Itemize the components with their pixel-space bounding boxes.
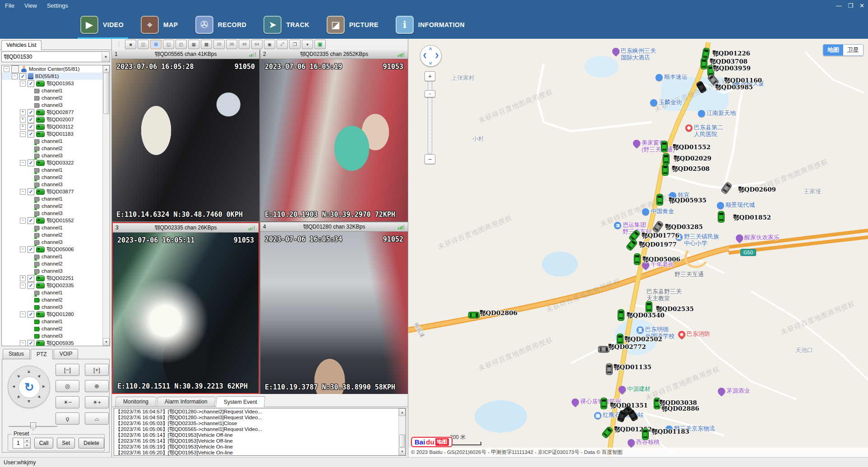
checkbox-checked[interactable]: ✓ (28, 275, 34, 282)
pan-right-icon[interactable]: ❯ (435, 52, 439, 58)
video-panel-3[interactable]: 3鄂QD02335 chan 26KBps2023-07-06 16:05:11… (112, 222, 259, 394)
checkbox-checked[interactable]: ✓ (28, 217, 34, 224)
map-pan-control[interactable]: ˄ ˅ ❮ ❯ (420, 45, 442, 67)
vehicle-search-combobox[interactable]: 鄂QD01530 ▼ (1, 51, 110, 62)
tree-channel-row[interactable]: channel2 (2, 325, 103, 332)
vehicle-marker[interactable] (701, 58, 707, 69)
tree-channel-row[interactable]: channel1 (2, 253, 103, 260)
tab-status[interactable]: Status (3, 349, 30, 359)
layout-9-button[interactable]: ▦ (188, 40, 199, 49)
collapse-icon[interactable]: − (20, 311, 26, 317)
tree-scroll-thumb[interactable] (103, 73, 109, 114)
vehicle-marker[interactable] (718, 211, 725, 223)
map-type-satellite-button[interactable]: 卫星 (843, 45, 863, 55)
vehicle-marker[interactable] (606, 363, 613, 375)
vehicle-marker[interactable] (634, 253, 641, 265)
ptz-arrow-icon[interactable]: ▲ (37, 394, 43, 401)
tree-channel-row[interactable]: channel1 (2, 318, 103, 325)
ptz-arrow-icon[interactable]: ▲ (15, 394, 22, 401)
pan-up-icon[interactable]: ˄ (429, 46, 432, 51)
collapse-icon[interactable]: − (20, 283, 26, 288)
tree-vehicle-row[interactable]: −✓鄂QD01552 (2, 217, 103, 224)
close-button[interactable]: ✕ (859, 2, 864, 9)
checkbox-checked[interactable]: ✓ (28, 109, 34, 116)
wiper-button[interactable]: ⌓ (85, 412, 109, 425)
layout-36-button[interactable]: 36 (226, 40, 237, 49)
tree-channel-row[interactable]: channel1 (2, 137, 103, 145)
vehicle-marker[interactable] (618, 309, 624, 321)
collapse-icon[interactable]: − (20, 218, 26, 224)
vehicle-marker[interactable] (468, 312, 480, 319)
layout-6-button[interactable]: ◱ (163, 40, 174, 49)
tree-vehicle-row[interactable]: −✓鄂QD01183 (2, 130, 103, 137)
vehicle-marker[interactable] (600, 398, 607, 409)
video-panel-2[interactable]: 2鄂QD02335 chan 2652KBps2023-07-06 16:05:… (260, 50, 408, 221)
tree-vehicle-row[interactable]: −✓鄂QD01953 (2, 80, 103, 87)
tab-vehicles-list[interactable]: Vehicles List (1, 40, 42, 50)
checkbox-unchecked[interactable] (11, 65, 19, 73)
spinner-up-icon[interactable]: ▲ (24, 438, 30, 443)
zoom-slider-thumb[interactable]: − (425, 90, 435, 97)
pan-down-icon[interactable]: ˅ (429, 60, 432, 66)
nav-tab-picture[interactable]: ◪PICTURE (327, 16, 379, 34)
video-panel-1[interactable]: 1鄂QD05565 chan 41KBps2023-07-06 16:05:28… (112, 50, 259, 221)
spinner-down-icon[interactable]: ▼ (24, 443, 30, 448)
tab-ptz[interactable]: PTZ (31, 349, 53, 359)
layout-25-button[interactable]: 25 (213, 40, 225, 49)
tree-channel-row[interactable]: channel2 (2, 260, 103, 267)
nav-tab-track[interactable]: ➤TRACK (263, 16, 309, 34)
tree-scrollbar[interactable]: ▲ ▼ (102, 65, 110, 346)
tree-channel-row[interactable]: channel1 (2, 195, 103, 202)
tree-vehicle-row[interactable]: −✓鄂QD03877 (2, 188, 103, 195)
ptz-arrow-icon[interactable]: ▲ (15, 372, 22, 379)
checkbox-checked[interactable]: ✓ (28, 311, 34, 318)
checkbox-checked[interactable]: ✓ (28, 131, 34, 137)
maximize-button[interactable]: ❒ (848, 2, 853, 9)
tree-channel-row[interactable]: channel2 (2, 202, 103, 210)
tree-vehicle-row[interactable]: +✓鄂QD02877 (2, 109, 103, 116)
delete-button[interactable]: Delete (78, 438, 104, 449)
expand-icon[interactable]: + (20, 110, 26, 115)
pan-left-icon[interactable]: ❮ (423, 52, 427, 58)
brightness-down-button[interactable]: ☀− (55, 396, 79, 408)
menu-item-file[interactable]: File (0, 1, 19, 10)
menu-item-settings[interactable]: Settings (42, 1, 73, 10)
tree-vehicle-row[interactable]: +✓鄂QD02251 (2, 275, 103, 282)
vehicle-marker[interactable] (661, 141, 668, 152)
tree-channel-row[interactable]: channel2 (2, 145, 103, 152)
tree-channel-row[interactable]: channel3 (2, 101, 103, 109)
video-panel-4[interactable]: 4鄂QD01280 chan 32KBps2023-07-06 16:05:34… (260, 222, 408, 394)
checkbox-checked[interactable]: ✓ (28, 340, 34, 346)
zoom-out-button[interactable]: − (425, 154, 435, 164)
tree-channel-row[interactable]: channel3 (2, 238, 103, 246)
more-dropdown-button[interactable]: ▾ (302, 40, 313, 49)
slider-thumb[interactable] (30, 422, 36, 431)
tree-vehicle-row[interactable]: −✓鄂QD05006 (2, 246, 103, 253)
expand-icon[interactable]: + (20, 124, 26, 130)
checkbox-checked[interactable]: ✓ (19, 73, 26, 80)
ptz-auto-scan-button[interactable]: ↻ (18, 376, 40, 398)
light-button[interactable]: ϙ (55, 412, 79, 425)
layout-8-button[interactable]: ◰ (175, 40, 187, 49)
preset-number-spinner[interactable]: 1 ▲▼ (13, 438, 31, 449)
tree-channel-row[interactable]: channel2 (2, 94, 103, 101)
focus-out-button[interactable]: [−] (55, 364, 79, 376)
tree-channel-row[interactable]: channel3 (2, 303, 103, 311)
call-button[interactable]: Call (34, 438, 54, 449)
ptz-speed-slider[interactable] (9, 422, 57, 430)
ptz-arrow-icon[interactable]: ▲ (11, 385, 16, 389)
tree-channel-row[interactable]: channel2 (2, 296, 103, 303)
collapse-icon[interactable]: − (20, 131, 26, 137)
tab-monitoring[interactable]: Monitoring (115, 397, 157, 407)
tab-voip[interactable]: VOIP (54, 349, 78, 359)
vehicle-marker[interactable] (663, 153, 669, 165)
fullscreen-button[interactable]: ⤢ (277, 40, 288, 49)
log-scrollbar[interactable]: ▲ ▼ (398, 408, 406, 455)
checkbox-checked[interactable]: ✓ (28, 282, 34, 289)
tree-root-row[interactable]: −Monitor Center(55/81) (2, 65, 103, 73)
vehicle-marker[interactable] (642, 428, 649, 440)
tree-channel-row[interactable]: channel1 (2, 87, 103, 94)
chevron-down-icon[interactable]: ▼ (102, 52, 110, 62)
snapshot-button[interactable]: ◉ (264, 40, 275, 49)
tree-vehicle-row[interactable]: −✓鄂QD03322 (2, 159, 103, 166)
